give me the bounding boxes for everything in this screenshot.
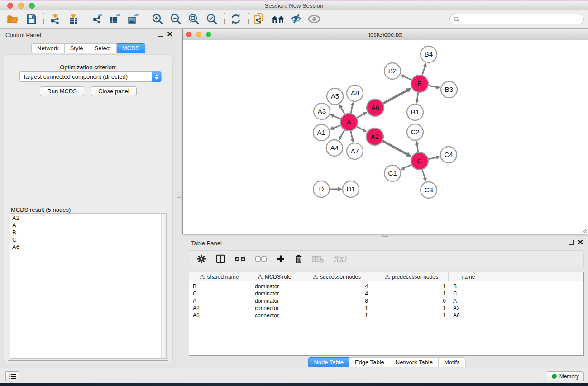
- network-graph[interactable]: A5A8A3A1A4A7AA6A2BB2B4B3B1CC2C4C1C3DD1: [183, 40, 588, 234]
- table-cell[interactable]: A: [449, 297, 488, 305]
- tab-node-table[interactable]: Node Table: [308, 357, 349, 367]
- add-column-icon[interactable]: [276, 254, 285, 263]
- table-row[interactable]: A2connector11A2: [189, 305, 583, 312]
- table-cell[interactable]: 4: [299, 283, 375, 290]
- table-cell[interactable]: A2: [449, 305, 488, 312]
- table-cell[interactable]: [488, 312, 583, 319]
- run-mcds-button[interactable]: Run MCDS: [40, 86, 84, 96]
- tab-mcds[interactable]: MCDS: [117, 43, 145, 53]
- table-cell[interactable]: 1: [299, 305, 375, 312]
- table-cell[interactable]: 1: [375, 312, 449, 319]
- table-row[interactable]: Bdominator41B: [189, 283, 583, 290]
- table-cell[interactable]: 1: [375, 290, 449, 297]
- table-cell[interactable]: 1: [299, 312, 375, 319]
- export-image-icon[interactable]: [126, 12, 141, 26]
- deselect-all-icon[interactable]: [255, 255, 267, 262]
- refresh-icon[interactable]: [228, 12, 244, 26]
- table-cell[interactable]: A2: [189, 305, 250, 312]
- search-input[interactable]: [462, 16, 583, 23]
- table-cell[interactable]: 4: [299, 290, 375, 297]
- table-cell[interactable]: connector: [250, 312, 299, 319]
- criterion-select[interactable]: largest connected component (directed): [19, 71, 162, 82]
- close-table-panel-icon[interactable]: ✕: [578, 240, 583, 245]
- column-header-successor-nodes[interactable]: successor nodes: [299, 272, 375, 281]
- table-cell[interactable]: [488, 297, 583, 305]
- table-cell[interactable]: [488, 283, 583, 290]
- result-list-item[interactable]: C: [11, 236, 160, 243]
- table-cell[interactable]: dominator: [250, 290, 299, 297]
- table-cell[interactable]: connector: [250, 305, 299, 312]
- table-row[interactable]: Cdominator41C: [189, 290, 583, 297]
- delete-table-icon: [312, 254, 324, 263]
- node-table[interactable]: shared nameMCDS rolesuccessor nodesprede…: [189, 272, 584, 356]
- float-panel-icon[interactable]: [158, 32, 163, 37]
- tab-select[interactable]: Select: [89, 43, 117, 53]
- result-list-scrollbar[interactable]: [161, 214, 166, 358]
- table-cell[interactable]: 1: [375, 305, 449, 312]
- column-header-shared-name[interactable]: shared name: [189, 272, 250, 281]
- open-session-icon[interactable]: [5, 12, 21, 26]
- show-graphics-details-icon[interactable]: [306, 12, 322, 26]
- table-cell[interactable]: C: [189, 290, 250, 297]
- memory-button[interactable]: Memory: [547, 371, 584, 381]
- table-cell[interactable]: 8: [299, 297, 375, 305]
- hide-graphics-details-icon[interactable]: [288, 12, 304, 26]
- select-all-icon[interactable]: [234, 255, 246, 262]
- float-table-panel-icon[interactable]: [569, 240, 574, 245]
- result-list-item[interactable]: A6: [11, 243, 160, 251]
- table-cell[interactable]: B: [189, 283, 250, 290]
- open-network-file-icon[interactable]: [252, 12, 268, 26]
- mcds-result-list[interactable]: A2ABCA6: [10, 213, 167, 359]
- result-list-item[interactable]: B: [11, 229, 160, 236]
- export-network-icon[interactable]: [90, 12, 105, 26]
- network-overview-button[interactable]: [5, 371, 19, 381]
- table-cell[interactable]: 0: [375, 297, 449, 305]
- column-header-mcds-role[interactable]: MCDS role: [250, 272, 299, 281]
- table-settings-gear-icon[interactable]: [196, 254, 206, 264]
- table-cell[interactable]: dominator: [250, 283, 299, 290]
- network-canvas[interactable]: A5A8A3A1A4A7AA6A2BB2B4B3B1CC2C4C1C3DD1: [183, 40, 588, 234]
- edge-arrowhead: [436, 85, 441, 89]
- table-cell[interactable]: 1: [375, 283, 449, 290]
- result-list-item[interactable]: A2: [11, 214, 160, 222]
- close-panel-button[interactable]: Close panel: [91, 86, 137, 96]
- export-table-icon[interactable]: [108, 12, 123, 26]
- table-cell[interactable]: A: [189, 297, 250, 305]
- table-cell[interactable]: A6: [189, 312, 250, 319]
- save-session-icon[interactable]: [24, 12, 39, 26]
- table-row[interactable]: Adominator80A: [189, 297, 583, 305]
- table-cell[interactable]: dominator: [250, 297, 299, 305]
- result-list-item[interactable]: A: [11, 222, 160, 229]
- zoom-fit-icon[interactable]: [186, 12, 201, 26]
- resize-grip-icon[interactable]: [581, 228, 587, 234]
- table-cell[interactable]: [488, 305, 583, 312]
- home-icon[interactable]: [270, 12, 286, 26]
- column-header-name[interactable]: name: [449, 272, 488, 281]
- search-icon: [454, 16, 459, 22]
- table-row[interactable]: A6connector11A6: [189, 312, 583, 319]
- table-cell[interactable]: A6: [449, 312, 488, 319]
- vertical-divider-handle[interactable]: [177, 192, 181, 198]
- table-cell[interactable]: C: [449, 290, 488, 297]
- table-cell[interactable]: B: [449, 283, 488, 290]
- tab-network-table[interactable]: Network Table: [390, 357, 439, 367]
- zoom-in-icon[interactable]: [150, 12, 165, 26]
- network-window-titlebar[interactable]: testGlobe.txt: [183, 29, 588, 40]
- zoom-selected-icon[interactable]: [204, 12, 220, 26]
- table-body: Bdominator41BCdominator41CAdominator80AA…: [189, 281, 583, 319]
- tab-network[interactable]: Network: [31, 43, 65, 53]
- show-columns-icon[interactable]: [215, 254, 225, 264]
- import-table-icon[interactable]: [66, 12, 81, 26]
- search-field[interactable]: [449, 14, 584, 24]
- tab-style[interactable]: Style: [65, 43, 89, 53]
- column-header-predecessor-nodes[interactable]: predecessor nodes: [375, 272, 449, 281]
- import-network-icon[interactable]: [48, 12, 63, 26]
- edge-arrowhead: [350, 138, 354, 143]
- node-label-A6: A6: [371, 104, 379, 111]
- tab-edge-table[interactable]: Edge Table: [349, 357, 390, 367]
- close-panel-icon[interactable]: ✕: [167, 32, 173, 37]
- tab-motifs[interactable]: Motifs: [439, 357, 466, 367]
- zoom-out-icon[interactable]: [168, 12, 183, 26]
- delete-column-icon[interactable]: [294, 254, 303, 264]
- table-cell[interactable]: [488, 290, 583, 297]
